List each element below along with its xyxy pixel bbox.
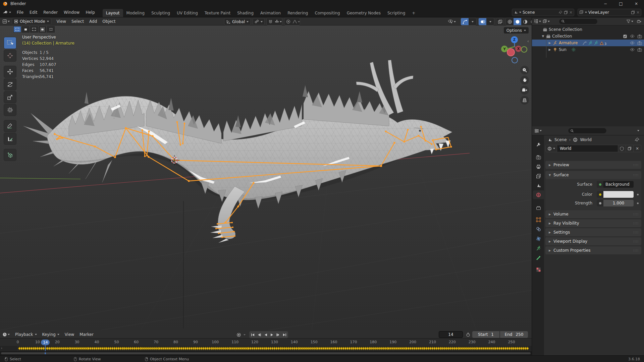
unlink-icon[interactable]: × [569, 10, 573, 15]
fake-user-button[interactable] [618, 145, 626, 152]
copy-datablock-button[interactable] [626, 145, 634, 152]
timeline-menu-marker[interactable]: Marker [77, 330, 96, 338]
menu-help[interactable]: Help [83, 7, 98, 17]
overlays-dropdown[interactable] [486, 18, 494, 25]
scene-selector[interactable]: Scene × [512, 9, 574, 16]
pin-icon[interactable] [635, 137, 639, 142]
keying-dropdown[interactable] [244, 334, 246, 336]
workspace-tab-modeling[interactable]: Modeling [123, 9, 148, 17]
tool-rotate[interactable] [4, 78, 16, 90]
viewport-menu-add[interactable]: Add [87, 17, 100, 25]
outliner-label[interactable]: Armature [559, 41, 578, 45]
properties-tab-physics[interactable] [533, 234, 544, 243]
socket-icon[interactable] [597, 191, 603, 198]
unlink-datablock-button[interactable]: × [634, 145, 641, 152]
navigation-gizmo[interactable]: Z Y X [496, 32, 530, 66]
gizmos-dropdown[interactable] [469, 18, 476, 25]
camera-view-button[interactable] [520, 86, 529, 95]
workspace-tab-uv-editing[interactable]: UV Editing [173, 9, 201, 17]
timeline-scrollbar[interactable] [0, 351, 532, 355]
outliner-label[interactable]: Scene Collection [549, 27, 582, 32]
outliner-display-mode-dropdown[interactable] [542, 18, 550, 25]
properties-tab-view-layer[interactable] [533, 172, 544, 180]
timeline-keyframe-strip[interactable]: › [0, 346, 532, 351]
timeline-menu-keying[interactable]: Keying [40, 330, 62, 338]
select-mode-subtract[interactable] [30, 26, 38, 33]
properties-tab-scene[interactable] [533, 181, 544, 190]
proportional-edit-toggle[interactable] [284, 18, 292, 25]
eye-toggle-icon[interactable] [630, 48, 635, 52]
prop-field-surface[interactable]: Background [597, 181, 634, 188]
animate-dot[interactable] [637, 202, 639, 204]
scene-name[interactable]: Scene [523, 10, 557, 15]
properties-tab-bone[interactable] [533, 253, 544, 262]
sidebar-collapse-arrow[interactable]: ‹ [527, 39, 529, 44]
auto-keying-toggle[interactable] [235, 331, 243, 338]
panel-custom-properties[interactable]: ▶Custom Properties:::: [545, 246, 641, 254]
workspace-tab-compositing[interactable]: Compositing [311, 9, 343, 17]
menu-window[interactable]: Window [61, 7, 83, 17]
ortho-toggle-button[interactable] [520, 96, 529, 105]
select-mode-invert[interactable] [39, 26, 46, 33]
play-reverse-button[interactable] [262, 331, 269, 338]
close-button[interactable]: × [629, 0, 644, 7]
channel-expand-arrow[interactable]: › [1, 346, 2, 350]
select-mode-set[interactable] [13, 26, 21, 33]
socket-icon[interactable] [597, 200, 603, 206]
mode-dropdown[interactable]: Object Mode [12, 18, 51, 25]
add-workspace-button[interactable]: + [409, 9, 419, 17]
viewport-menu-object[interactable]: Object [100, 17, 118, 25]
orientation-dropdown[interactable]: Global [224, 18, 251, 25]
new-collection-button[interactable] [635, 18, 643, 25]
panel-ray-visibility[interactable]: ▶Ray Visibility:::: [545, 219, 641, 227]
outliner-editor-type-button[interactable] [533, 18, 541, 25]
properties-tab-constraints[interactable] [533, 225, 544, 233]
snap-toggle[interactable] [267, 18, 274, 25]
animate-dot[interactable] [637, 194, 639, 195]
camera-toggle-icon[interactable] [637, 41, 642, 45]
panel-settings[interactable]: ▶Settings:::: [545, 228, 641, 236]
properties-search-input[interactable] [568, 128, 607, 134]
play-button[interactable] [269, 331, 275, 338]
tool-add-cube[interactable] [4, 149, 16, 161]
shading-wireframe-button[interactable] [506, 18, 514, 25]
current-frame-badge[interactable]: 14 [41, 340, 50, 345]
panel-surface[interactable]: ▼Surface:::: [545, 171, 641, 179]
maximize-button[interactable]: □ [613, 0, 629, 7]
viewport-menu-view[interactable]: View [54, 17, 69, 25]
workspace-tab-layout[interactable]: Layout [103, 9, 123, 17]
minimize-button[interactable]: − [598, 0, 613, 7]
workspace-tab-animation[interactable]: Animation [257, 9, 284, 17]
jump-to-end-button[interactable] [281, 331, 288, 338]
viewport-menu-select[interactable]: Select [69, 17, 87, 25]
timeline-menu-playback[interactable]: Playback [12, 330, 40, 338]
properties-tab-object[interactable] [533, 215, 544, 224]
world-type-dropdown[interactable] [545, 145, 557, 152]
prop-field-strength[interactable]: 1.000 [597, 200, 634, 206]
panel-volume[interactable]: ▶Volume:::: [545, 210, 641, 218]
world-name-field[interactable]: World [557, 145, 618, 152]
breadcrumb-scene[interactable]: Scene [554, 137, 567, 142]
tool-transform[interactable] [4, 104, 16, 116]
filter-dropdown[interactable] [626, 18, 634, 25]
zoom-view-button[interactable] [520, 66, 529, 74]
disclosure-down-icon[interactable]: ▼ [541, 35, 545, 38]
next-keyframe-button[interactable] [275, 331, 281, 338]
frame-start-field[interactable]: Start1 [472, 331, 499, 338]
prev-keyframe-button[interactable] [256, 331, 262, 338]
properties-tab-object-data[interactable] [533, 244, 544, 252]
visibility-dropdown[interactable] [445, 18, 459, 25]
tool-cursor[interactable] [4, 50, 16, 62]
prop-field-color[interactable] [597, 191, 634, 198]
frame-end-field[interactable]: End250 [500, 331, 528, 338]
timeline-menu-view[interactable]: View [62, 330, 77, 338]
gizmo-minus-z-axis[interactable] [512, 57, 518, 63]
disclosure-right-icon[interactable]: ▶ [548, 48, 551, 51]
properties-tab-render[interactable] [533, 153, 544, 162]
properties-tab-texture[interactable] [533, 265, 544, 274]
outliner-row-collection[interactable]: ▼Collection [532, 33, 644, 40]
workspace-tab-texture-paint[interactable]: Texture Paint [201, 9, 234, 17]
workspace-tab-sculpting[interactable]: Sculpting [148, 9, 173, 17]
snap-settings-dropdown[interactable] [274, 18, 282, 25]
overlays-toggle[interactable] [479, 18, 486, 25]
